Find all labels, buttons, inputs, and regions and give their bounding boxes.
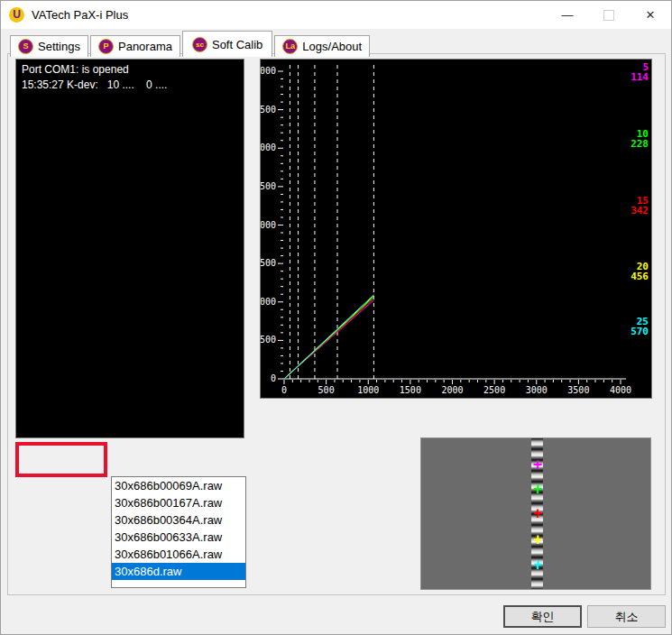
cancel-button[interactable]: 취소	[587, 605, 666, 628]
tab-label: Soft Calib	[212, 38, 262, 51]
serial-log-panel: Port COM1: is opened 15:35:27 K-dev: 10 …	[15, 59, 244, 438]
file-list-item[interactable]: 30x686b00633A.raw	[112, 529, 245, 546]
log-line: Port COM1: is opened	[22, 63, 129, 76]
maximize-button[interactable]	[588, 1, 630, 29]
maximize-icon	[603, 10, 614, 21]
calibration-cross-marker-5: +	[531, 558, 544, 571]
svg-text:0: 0	[271, 373, 276, 383]
log-line: 15:35:27 K-dev: 10 .... 0 ....	[22, 78, 167, 91]
svg-text:2000: 2000	[261, 220, 276, 230]
chart-point-label-2: 10228	[631, 129, 649, 149]
file-list-item[interactable]: 30x686b01066A.raw	[112, 546, 245, 563]
tab-label: Panorama	[118, 40, 172, 53]
title-bar: U VATech PaX-i Plus — ✕	[1, 1, 671, 29]
tab-bar: S Settings P Panorama sc Soft Calib La L…	[10, 31, 372, 57]
svg-text:1000: 1000	[261, 297, 276, 307]
svg-text:1000: 1000	[357, 385, 379, 395]
tab-label: Settings	[38, 40, 80, 53]
logs-about-tab-icon: La	[282, 39, 298, 54]
ok-button[interactable]: 확인	[503, 605, 582, 628]
calibration-chart: 0500100015002000250030003500400005001000…	[261, 60, 651, 398]
calibration-cross-marker-1: +	[531, 458, 544, 471]
svg-text:4000: 4000	[261, 66, 276, 76]
tab-soft-calib[interactable]: sc Soft Calib	[182, 31, 272, 57]
window-controls: — ✕	[547, 1, 671, 29]
svg-text:2500: 2500	[261, 181, 276, 191]
minimize-button[interactable]: —	[547, 1, 588, 29]
file-list-item[interactable]: 30x686b00167A.raw	[112, 494, 245, 511]
raw-file-list[interactable]: 30x686b00069A.raw30x686b00167A.raw30x686…	[111, 476, 246, 588]
close-icon: ✕	[646, 8, 656, 22]
window-title: VATech PaX-i Plus	[32, 8, 128, 22]
svg-text:500: 500	[261, 335, 276, 345]
app-logo-icon: U	[9, 7, 24, 23]
minimize-icon: —	[562, 8, 574, 22]
file-list-item[interactable]: 30x686d.raw	[112, 563, 245, 580]
calibration-cross-marker-4: +	[531, 533, 544, 546]
calibration-cross-marker-2: +	[531, 483, 544, 495]
sensor-image-panel: +++++	[420, 437, 651, 590]
settings-tab-icon: S	[18, 39, 33, 54]
svg-text:3000: 3000	[526, 385, 548, 395]
svg-text:3500: 3500	[567, 385, 589, 395]
tab-settings[interactable]: S Settings	[10, 35, 88, 57]
tab-logs-about[interactable]: La Logs/About	[274, 35, 370, 57]
tab-label: Logs/About	[302, 40, 362, 53]
svg-text:0: 0	[281, 385, 287, 395]
chart-point-label-5: 25570	[631, 317, 649, 336]
svg-text:3500: 3500	[261, 105, 276, 115]
svg-text:2500: 2500	[483, 385, 505, 395]
chart-point-value-labels: 511410228153422045625570	[612, 60, 649, 398]
chart-point-label-1: 5114	[631, 62, 649, 82]
chart-point-label-4: 20456	[631, 262, 649, 281]
calibration-chart-panel: 0500100015002000250030003500400005001000…	[260, 59, 652, 399]
file-list-item[interactable]: 30x686b00364A.raw	[112, 511, 245, 529]
tab-panorama[interactable]: P Panorama	[90, 35, 180, 57]
app-window: U VATech PaX-i Plus — ✕ S Settings P Pan…	[0, 0, 672, 635]
svg-text:2000: 2000	[441, 385, 463, 395]
calibration-cross-marker-3: +	[531, 507, 544, 520]
svg-text:1500: 1500	[400, 385, 421, 395]
close-button[interactable]: ✕	[630, 1, 671, 29]
svg-text:1500: 1500	[261, 258, 276, 268]
soft-calib-tab-icon: sc	[192, 37, 207, 52]
panorama-tab-icon: P	[98, 39, 114, 54]
file-list-item[interactable]: 30x686b00069A.raw	[112, 477, 245, 494]
svg-text:500: 500	[318, 385, 335, 395]
chart-point-label-3: 15342	[631, 196, 649, 216]
svg-text:3000: 3000	[261, 143, 276, 152]
